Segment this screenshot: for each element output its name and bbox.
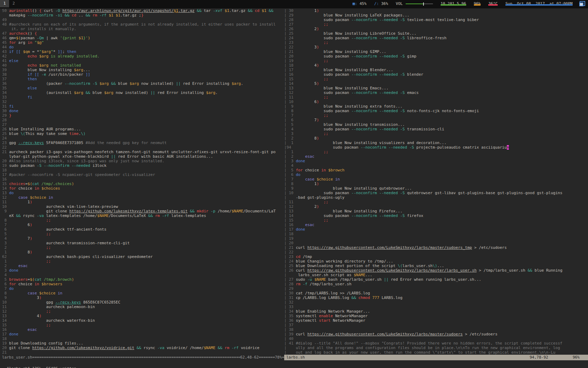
code-row: 3 done bbox=[2, 268, 284, 273]
code-row: 26 blue Installing AUR programs... bbox=[2, 127, 284, 131]
code-row: | 24 sudo pacman --noconfirm --needed -S… bbox=[284, 36, 588, 40]
code-row: | 6 7) bbox=[284, 118, 588, 122]
code-row: | 4 sudo pacman --noconfirm --needed -S … bbox=[284, 127, 588, 131]
status-bar: 1 2 ▦: 45% /: 36% VOL 10.201.5.96 96% 36… bbox=[0, 0, 588, 8]
code-row: 27 bbox=[2, 122, 284, 127]
code-row: | 26 curl https://raw.githubusercontent.… bbox=[284, 268, 588, 273]
volume-block: VOL bbox=[392, 0, 437, 6]
code-row: | 1 blue Now installing visualizers and … bbox=[284, 141, 588, 145]
code-row: 5 browsers=$(cat /tmp/.browch) bbox=[2, 277, 284, 282]
code-row: | 13 blue Now installing Emacs... bbox=[284, 86, 588, 90]
code-row: 1 ;; bbox=[2, 259, 284, 264]
code-row: 6 for choice in $browsers bbox=[2, 282, 284, 286]
code-row: | 23 cd /tmp bbox=[284, 254, 588, 259]
code-row: | 12 2) bbox=[284, 204, 588, 209]
code-row: 8 ;; bbox=[2, 218, 284, 223]
code-row: | 22 bbox=[284, 250, 588, 254]
code-row: 2 ;; bbox=[2, 245, 284, 250]
code-row: | 17 blue Now installing Blender... bbox=[284, 68, 588, 72]
code-row: | 31 cp /LARBS.log LARBS.log && chmod 77… bbox=[284, 295, 588, 300]
code-row: 34 (aurinstall $arg && blue $arg now ins… bbox=[2, 90, 284, 95]
vim-pane-left[interactable]: 50 aurinstall() { curl -O https://aur.ar… bbox=[0, 8, 284, 355]
code-row: | 6 do bbox=[284, 172, 588, 177]
code-row: | -bad gst-plugins-ugly bbox=[284, 195, 588, 200]
code-row: 20 git clone https://github.com/lukesmit… bbox=[2, 346, 284, 350]
code-row: | 18 bbox=[284, 232, 588, 236]
code-row: | 36 systemctl start NetworkManager bbox=[284, 318, 588, 323]
volume-slider[interactable] bbox=[406, 2, 433, 6]
clock-block: Sun, Oct 08, 2017 at 07:00PM bbox=[502, 0, 576, 6]
code-row: | 8 1) bbox=[284, 182, 588, 186]
workspace-button-1[interactable]: 1 bbox=[0, 0, 9, 7]
code-row: 10 gpg --recv-keys 865E6C87C65285EC bbox=[2, 300, 284, 305]
code-row: 31 fi bbox=[2, 104, 284, 109]
code-row: | 28 rm -f /tmp/larbs_user.sh bbox=[284, 282, 588, 286]
active-cursor-position: 94,78-92 bbox=[530, 355, 548, 360]
code-row: | 29 blue Now installing LaTeX packages.… bbox=[284, 13, 588, 18]
code-row: | 25 blue Downloading next portion of th… bbox=[284, 264, 588, 268]
code-row: 18 bbox=[2, 336, 284, 341]
code-row: | 13 blue Now installing Firefox... bbox=[284, 209, 588, 213]
code-row: 36 (packer --noconfirm -S $arg && blue $… bbox=[2, 81, 284, 86]
code-row: | 38 bbox=[284, 327, 588, 332]
code-row: 15 choices=$(cat /tmp/.choices) bbox=[2, 182, 284, 186]
vim-pane-right[interactable]: | 30 1)| 29 blue Now installing LaTeX pa… bbox=[284, 8, 588, 355]
code-row: | 9 blue Now installing qutebrowser... bbox=[284, 186, 588, 191]
code-row: | 16 sudo pacman --noconfirm --needed -S… bbox=[284, 72, 588, 77]
code-row: | 23 ;; bbox=[284, 40, 588, 45]
code-row: 18 bbox=[2, 168, 284, 172]
workspace-button-2[interactable]: 2 bbox=[9, 0, 18, 7]
code-row: 35 else bbox=[2, 86, 284, 90]
statusline-inactive[interactable]: larbs_user.sh ==========================… bbox=[0, 355, 284, 360]
code-row: | 41 #dialog --title "All done!" --msgbo… bbox=[284, 341, 588, 346]
volume-remainder-bar bbox=[424, 4, 433, 4]
statusline-gap bbox=[548, 355, 573, 360]
code-row: | 29 bbox=[284, 286, 588, 291]
vim-command-line[interactable]: "larbs.sh" 136L, 5648C written bbox=[0, 360, 588, 366]
active-scroll-percent: 96% bbox=[573, 355, 580, 360]
code-row: 12 ;; bbox=[2, 309, 284, 314]
code-row: | 26 2) bbox=[284, 27, 588, 31]
ip-underline bbox=[441, 4, 466, 6]
code-row: | 19 bbox=[284, 236, 588, 241]
code-row: | 32 bbox=[284, 300, 588, 305]
code-row: | 35 systemctl enable NetworkManager bbox=[284, 314, 588, 318]
code-row: 40 echo $arg not installed bbox=[2, 63, 284, 68]
code-row: 23 gpg --recv-keys 5FAF0A6EE7371805 #Add… bbox=[2, 141, 284, 145]
vim-statusline: larbs_user.sh ==========================… bbox=[0, 355, 588, 360]
ip-block: 10.201.5.96 bbox=[437, 0, 470, 6]
memory-value: 45% bbox=[359, 1, 366, 6]
code-row: | 30 cat /tmp/LARBS.log >> /LARBS.log bbox=[284, 291, 588, 295]
code-row: 15 ;; bbox=[2, 323, 284, 327]
inactive-fill-end: = bbox=[282, 355, 284, 360]
code-row: | 17 done bbox=[284, 227, 588, 232]
code-row: 49 bbox=[2, 18, 284, 22]
code-row: 7 do bbox=[2, 286, 284, 291]
code-row: | 28 sudo pacman --noconfirm --needed -S… bbox=[284, 18, 588, 22]
code-row: | 1 ;; bbox=[284, 150, 588, 154]
code-row: | 9 blue Now installing extra fonts... bbox=[284, 104, 588, 109]
code-row: 19 blue Downloading config files... bbox=[2, 341, 284, 346]
statusline-fill: ========================================… bbox=[32, 355, 240, 360]
code-row: 19 sudo pacman -S --noconfirm --needed i… bbox=[2, 163, 284, 168]
code-row: 17 done bbox=[2, 332, 284, 336]
code-row: 13 do bbox=[2, 191, 284, 195]
code-row: 5 ;; bbox=[2, 232, 284, 236]
code-row: | 7 ;; bbox=[284, 113, 588, 118]
code-row: 7 6) bbox=[2, 223, 284, 227]
code-row: makepkg --noconfirm -si && cd .. && rm -… bbox=[2, 13, 284, 18]
code-row: | 5 blue Now installing transmission... bbox=[284, 122, 588, 127]
code-row: 33 fi bbox=[2, 95, 284, 100]
code-row: | 3 done bbox=[284, 159, 588, 163]
code-row: 24 bbox=[2, 136, 284, 141]
code-row: 13 4) bbox=[2, 314, 284, 318]
code-row: 12 case $choice in bbox=[2, 195, 284, 200]
code-row: | 11 ;; bbox=[284, 95, 588, 100]
tray-icon[interactable] bbox=[579, 1, 585, 6]
code-row: 4 bbox=[2, 273, 284, 277]
code-row: 1 8) bbox=[2, 250, 284, 254]
temperature-block: 36°C bbox=[484, 0, 502, 6]
statusline-active[interactable]: larbs.sh 94,78-92 96% bbox=[284, 355, 588, 360]
statusline-spacer bbox=[305, 355, 530, 360]
code-row: | ully and all the programs and configur… bbox=[284, 346, 588, 350]
